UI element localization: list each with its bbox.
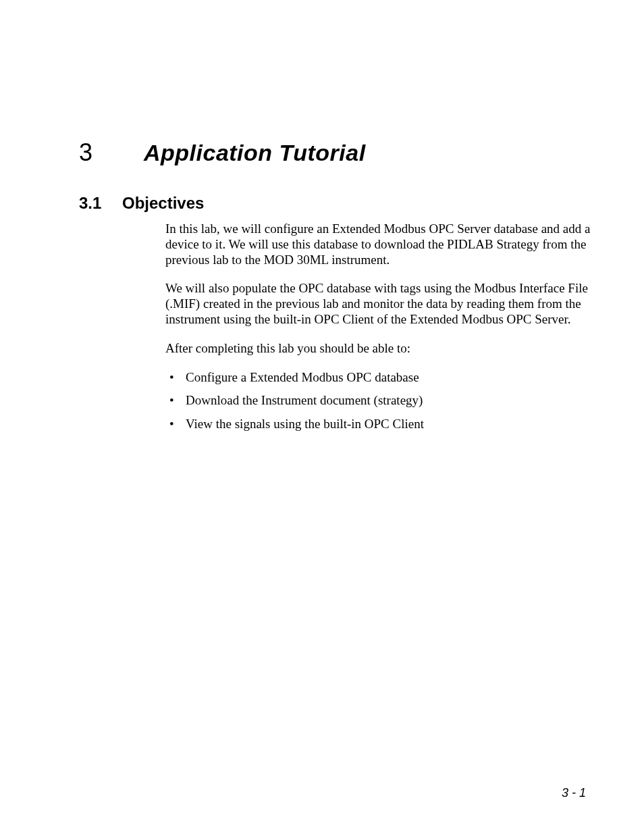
chapter-number: 3 [79, 138, 144, 167]
page: 3 Application Tutorial 3.1 Objectives In… [0, 0, 644, 834]
objectives-list: Configure a Extended Modbus OPC database… [165, 370, 597, 432]
list-item: Download the Instrument document (strate… [165, 393, 597, 409]
list-item: Configure a Extended Modbus OPC database [165, 370, 597, 386]
body-text: In this lab, we will configure an Extend… [165, 221, 597, 440]
paragraph: We will also populate the OPC database w… [165, 281, 597, 327]
list-item: View the signals using the built-in OPC … [165, 417, 597, 432]
chapter-heading: 3 Application Tutorial [79, 138, 590, 167]
section-number: 3.1 [79, 194, 122, 213]
section-title: Objectives [122, 194, 204, 213]
page-number: 3 - 1 [562, 786, 586, 800]
paragraph: In this lab, we will configure an Extend… [165, 221, 597, 267]
section-heading: 3.1 Objectives [79, 194, 590, 213]
paragraph: After completing this lab you should be … [165, 341, 597, 357]
chapter-title: Application Tutorial [144, 140, 366, 166]
